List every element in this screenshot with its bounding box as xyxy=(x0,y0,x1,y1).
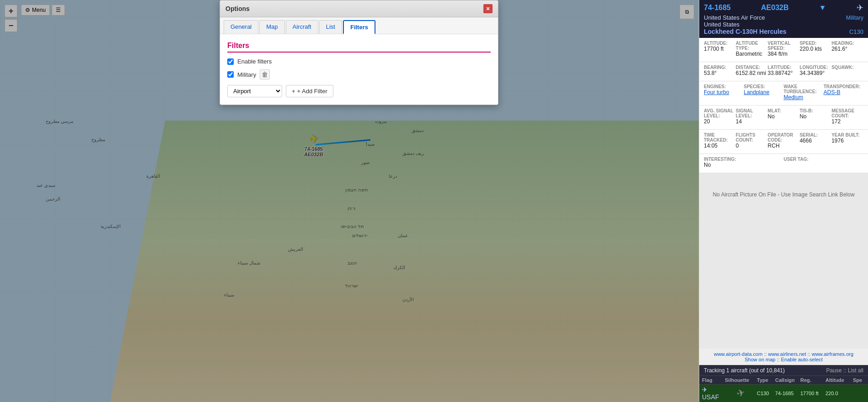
distance-label: Distance: xyxy=(736,65,768,70)
time-tracked-cell: Time Tracked: 14:05 xyxy=(704,132,736,149)
pause-button[interactable]: Pause xyxy=(826,367,842,374)
species-cell: Species: Landplane xyxy=(744,84,783,100)
aircraft-registration: 74-1685 xyxy=(704,4,731,12)
airport-data-link[interactable]: www.airport-data.com xyxy=(714,351,762,357)
aircraft-force: United States Air Force xyxy=(704,14,765,21)
modal-close-button[interactable]: × xyxy=(483,4,493,13)
engines-label: Engines: xyxy=(704,84,744,89)
avg-signal-label: Avg. Signal Level: xyxy=(704,108,736,118)
usaf-emblem: ✈ xyxy=(857,3,863,13)
enable-filters-row: Enable filters xyxy=(227,58,491,65)
add-filter-row: Airport Country Registration Callsign Ty… xyxy=(227,85,491,97)
tis-value: No xyxy=(799,113,831,120)
interesting-cell: Interesting: No xyxy=(704,157,784,168)
tab-map[interactable]: Map xyxy=(259,20,284,34)
signal-label: Signal Level: xyxy=(736,108,768,118)
col-spd-header: Spe xyxy=(853,377,865,383)
row-alt: 220.0 xyxy=(825,391,853,396)
altitude-type-cell: Altitude Type: Barometric xyxy=(736,41,768,57)
lat-cell: Latitude: 33.88742° xyxy=(768,65,800,76)
transponder-value[interactable]: ADS-B xyxy=(824,89,863,95)
military-delete-button[interactable]: 🗑 xyxy=(260,69,270,79)
modal-title: Options xyxy=(225,5,250,12)
year-label: Year Built: xyxy=(831,132,863,138)
info-row-5: Time Tracked: 14:05 Flights Count: 0 Ope… xyxy=(704,132,863,149)
no-picture-text: No Aircraft Picture On File - Use Image … xyxy=(704,191,863,198)
tis-label: TIS-B: xyxy=(799,108,831,113)
footer-table-header: Flag Silhouette Type Callsign Reg. Altit… xyxy=(699,376,868,385)
year-value: 1976 xyxy=(831,138,863,144)
enable-filters-checkbox[interactable] xyxy=(227,58,234,65)
add-filter-button[interactable]: + + Add Filter xyxy=(286,85,333,97)
lat-value: 33.88742° xyxy=(768,70,800,76)
signal-cell: Signal Level: 14 xyxy=(736,108,768,125)
wake-label: Wake Turbulence: xyxy=(784,84,824,94)
squawk-label: Squawk: xyxy=(831,65,863,70)
trash-icon: 🗑 xyxy=(262,71,268,78)
altitude-label: Altitude: xyxy=(704,41,736,46)
aircraft-country-row2: United States xyxy=(704,21,863,28)
flights-cell: Flights Count: 0 xyxy=(736,132,768,149)
aircraft-model-code: C130 xyxy=(849,28,863,35)
transponder-cell: Transponder: ADS-B xyxy=(824,84,863,100)
row-reg: 17700 ft xyxy=(800,391,825,396)
bearing-value: 53.8° xyxy=(704,70,736,76)
serial-label: Serial: xyxy=(799,132,831,138)
engines-value[interactable]: Four turbo xyxy=(704,89,744,95)
bearing-info-grid: Bearing: 53.8° Distance: 6152.82 nmi Lat… xyxy=(699,62,868,81)
military-filter-row: Military 🗑 xyxy=(227,69,491,79)
airliners-link[interactable]: www.airliners.net xyxy=(768,351,806,357)
info-row-6: Interesting: No User Tag: xyxy=(704,157,863,168)
vspeed-value: 384 ft/m xyxy=(768,51,800,57)
signal-value: 14 xyxy=(736,118,768,125)
speed-label: Speed: xyxy=(799,41,831,46)
time-tracked-label: Time Tracked: xyxy=(704,132,736,143)
aircraft-country-row: United States Air Force Military xyxy=(704,14,863,21)
altitude-cell: Altitude: 17700 ft xyxy=(704,41,736,57)
altitude-info-grid: Altitude: 17700 ft Altitude Type: Barome… xyxy=(699,38,868,62)
map-area[interactable]: بيروت دمشق صيدا ريف دمشق درعا صور חיפה ה… xyxy=(0,0,699,402)
tab-general[interactable]: General xyxy=(224,20,258,34)
tab-filters[interactable]: Filters xyxy=(343,20,375,34)
info-row-2: Bearing: 53.8° Distance: 6152.82 nmi Lat… xyxy=(704,65,863,76)
distance-cell: Distance: 6152.82 nmi xyxy=(736,65,768,76)
enable-filters-label: Enable filters xyxy=(237,58,272,65)
info-row-4: Avg. Signal Level: 20 Signal Level: 14 M… xyxy=(704,108,863,125)
serial-value: 4666 xyxy=(799,138,831,144)
altitude-type-label: Altitude Type: xyxy=(736,41,768,51)
tracking-controls: Pause :: List all xyxy=(826,367,863,374)
info-row-3: Engines: Four turbo Species: Landplane W… xyxy=(704,84,863,100)
mlat-cell: MLAT: No xyxy=(768,108,800,125)
mlat-value: No xyxy=(768,113,800,120)
tab-aircraft[interactable]: Aircraft xyxy=(286,20,318,34)
engines-cell: Engines: Four turbo xyxy=(704,84,744,100)
tis-cell: TIS-B: No xyxy=(799,108,831,125)
row-callsign: 74-1685 xyxy=(775,391,800,396)
user-tag-label: User Tag: xyxy=(784,157,864,162)
enable-autoselect-link[interactable]: Enable auto-select xyxy=(781,357,823,362)
engines-info-grid: Engines: Four turbo Species: Landplane W… xyxy=(699,81,868,106)
silhouette-icon: ✈ xyxy=(735,386,746,400)
footer-table: Flag Silhouette Type Callsign Reg. Altit… xyxy=(699,376,868,402)
list-all-button[interactable]: List all xyxy=(848,367,863,374)
show-on-map-link[interactable]: Show on map xyxy=(745,357,775,362)
lon-value: 34.34389° xyxy=(799,70,831,76)
vspeed-label: Vertical Speed: xyxy=(768,41,800,51)
info-row-1: Altitude: 17700 ft Altitude Type: Barome… xyxy=(704,41,863,57)
interesting-label: Interesting: xyxy=(704,157,784,162)
col-type-header: Type xyxy=(757,377,775,383)
military-filter-checkbox[interactable] xyxy=(227,71,234,78)
col-flag-header: Flag xyxy=(702,377,725,383)
modal-body: Filters Enable filters Military 🗑 Airpor… xyxy=(220,34,498,105)
aircraft-name-row: Lockheed C-130H Hercules C130 xyxy=(704,28,863,35)
tab-list[interactable]: List xyxy=(319,20,342,34)
speed-value: 220.0 kts xyxy=(799,46,831,52)
filter-type-select[interactable]: Airport Country Registration Callsign Ty… xyxy=(227,85,282,97)
species-value[interactable]: Landplane xyxy=(744,89,783,95)
modal-overlay: Options × General Map Aircraft List Filt… xyxy=(0,0,699,402)
operator-label: Operator Code: xyxy=(768,132,800,143)
airframes-link[interactable]: www.airframes.org xyxy=(812,351,853,357)
wake-value[interactable]: Medium xyxy=(784,94,824,100)
footer-table-row[interactable]: ✈ USAF ✈ C130 74-1685 17700 ft 220.0 xyxy=(699,385,868,402)
modal-tabs: General Map Aircraft List Filters xyxy=(220,17,498,34)
